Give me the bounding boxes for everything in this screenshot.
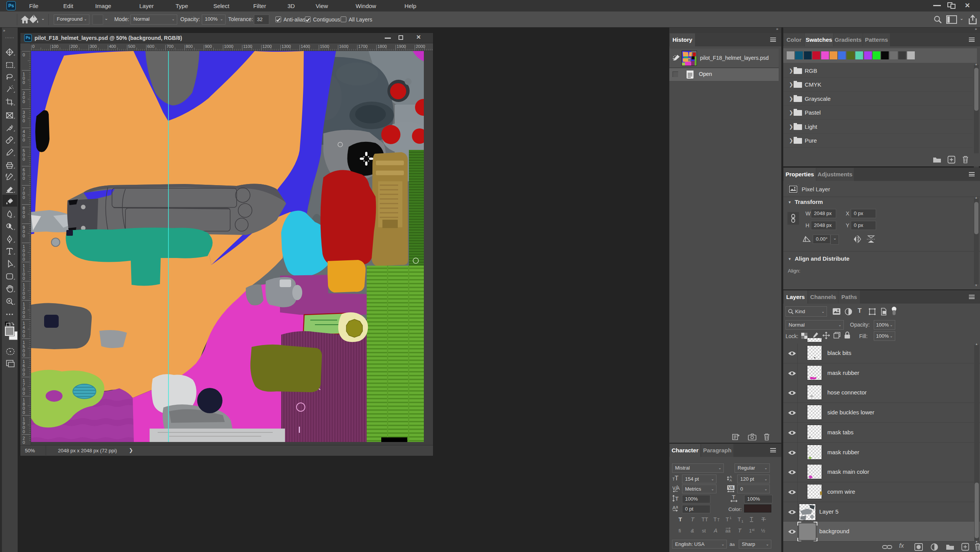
- svg-text:st: st: [752, 528, 755, 532]
- svg-text:TT: TT: [702, 516, 708, 522]
- svg-text:&: &: [691, 528, 694, 534]
- svg-text:1: 1: [741, 519, 743, 523]
- svg-text:T: T: [738, 516, 741, 522]
- svg-text:T: T: [717, 518, 720, 522]
- svg-text:A: A: [730, 478, 732, 482]
- svg-text:T: T: [679, 516, 682, 522]
- svg-text:1: 1: [730, 516, 731, 520]
- svg-text:A: A: [713, 527, 717, 534]
- svg-text:A: A: [677, 486, 680, 491]
- svg-text:VA: VA: [728, 485, 734, 490]
- svg-text:T: T: [675, 495, 679, 502]
- svg-text:T: T: [713, 516, 717, 522]
- svg-text:a: a: [676, 505, 678, 509]
- svg-text:A: A: [672, 505, 676, 511]
- svg-text:V: V: [672, 486, 675, 491]
- svg-text:aa: aa: [725, 528, 731, 534]
- svg-text:½: ½: [761, 528, 765, 534]
- svg-text:T: T: [738, 527, 742, 534]
- svg-text:st: st: [702, 528, 706, 534]
- svg-text:T: T: [726, 516, 729, 522]
- svg-text:T: T: [732, 495, 735, 500]
- svg-text:T: T: [675, 475, 679, 481]
- svg-text:1: 1: [749, 528, 752, 534]
- svg-text:fi: fi: [679, 528, 681, 534]
- svg-text:T: T: [750, 516, 753, 522]
- svg-text:T: T: [691, 516, 695, 522]
